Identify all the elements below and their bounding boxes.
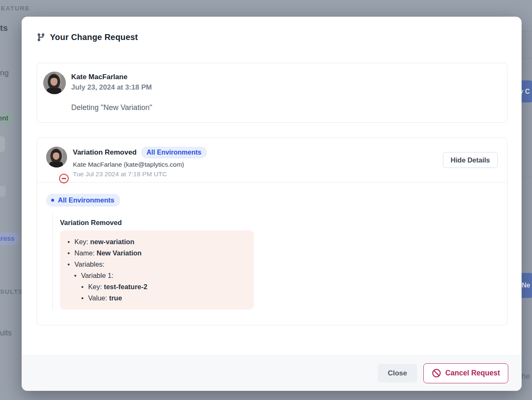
list-item: •Key: new-variation (67, 236, 246, 248)
backdrop-env-chip: ent (0, 112, 12, 125)
environment-pill-label: All Environments (58, 196, 114, 204)
change-property-list: •Key: new-variation •Name: New Variation… (67, 236, 246, 304)
request-timestamp: July 23, 2024 at 3:18 PM (71, 83, 152, 92)
cancel-request-label: Cancel Request (445, 369, 500, 378)
cancel-request-button[interactable]: Cancel Request (423, 363, 508, 383)
environment-pill: All Environments (46, 194, 120, 207)
modal-header: Your Change Request (22, 17, 522, 42)
change-title: Variation Removed (73, 148, 137, 157)
modal-footer: Close Cancel Request (22, 355, 522, 391)
list-item: •Variables: (67, 259, 246, 270)
close-button[interactable]: Close (378, 364, 417, 382)
change-author: Kate MacFarlane (kate@taplytics.com) (73, 161, 207, 168)
modal-title: Your Change Request (50, 32, 138, 42)
backdrop-status-chip: gress (0, 232, 20, 245)
backdrop-partial-text: ng (0, 68, 9, 78)
no-entry-icon (432, 368, 441, 378)
backdrop-divider (522, 58, 532, 59)
list-item: •Key: test-feature-2 (67, 281, 246, 292)
environment-badge: All Environments (141, 147, 207, 158)
request-message: Deleting "New Variation" (37, 94, 507, 112)
bullet-dot-icon (51, 199, 54, 202)
hide-details-button[interactable]: Hide Details (443, 152, 498, 168)
request-summary-card: Kate MacFarlane July 23, 2024 at 3:18 PM… (37, 63, 507, 123)
change-timestamp: Tue Jul 23 2024 at 7:18 PM UTC (73, 170, 207, 178)
removed-variation-box: •Key: new-variation •Name: New Variation… (60, 230, 254, 310)
git-branch-icon (37, 33, 45, 42)
backdrop-section-label: SULTS (0, 288, 23, 295)
list-item: •Value: true (67, 292, 246, 304)
list-item: •Variable 1: (67, 270, 246, 281)
backdrop-chip (0, 186, 6, 197)
change-detail-section: Variation Removed •Key: new-variation •N… (52, 213, 498, 310)
backdrop-chip (0, 136, 5, 152)
backdrop-partial-text: ts (0, 23, 8, 33)
change-request-modal: Your Change Request Kate MacFarlane July… (22, 17, 522, 391)
backdrop-divider (522, 177, 532, 178)
avatar-with-badge (46, 147, 67, 182)
avatar (46, 147, 67, 168)
author-name: Kate MacFarlane (71, 72, 152, 81)
backdrop-section-label: EATURE (1, 5, 30, 12)
removed-minus-icon (59, 174, 69, 183)
list-item: •Name: New Variation (67, 248, 246, 259)
backdrop-partial-text: ults (0, 329, 12, 338)
change-detail-heading: Variation Removed (60, 219, 498, 227)
backdrop-divider (522, 31, 532, 32)
change-detail-card: Variation Removed All Environments Kate … (37, 138, 507, 325)
avatar (43, 72, 66, 94)
